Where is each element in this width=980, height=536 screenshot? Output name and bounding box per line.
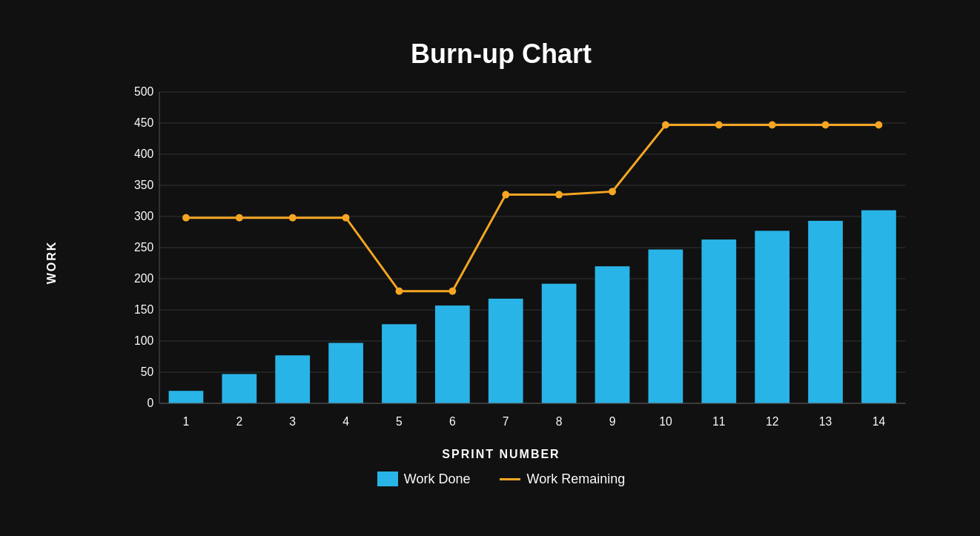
svg-point-46 <box>715 121 723 128</box>
svg-text:50: 50 <box>141 365 154 377</box>
svg-point-48 <box>822 121 830 128</box>
svg-rect-24 <box>275 355 310 403</box>
svg-text:400: 400 <box>134 147 153 159</box>
svg-point-45 <box>662 121 669 128</box>
x-axis-label: SPRINT NUMBER <box>82 448 920 461</box>
svg-point-43 <box>555 191 563 198</box>
svg-point-47 <box>769 121 776 128</box>
svg-text:450: 450 <box>134 116 153 128</box>
svg-text:8: 8 <box>556 414 563 427</box>
svg-text:7: 7 <box>503 414 509 427</box>
svg-rect-22 <box>169 391 204 403</box>
svg-text:9: 9 <box>609 414 616 427</box>
svg-text:2: 2 <box>236 414 242 427</box>
svg-rect-23 <box>222 374 256 403</box>
svg-point-38 <box>289 214 297 221</box>
legend-work-remaining: Work Remaining <box>500 472 625 487</box>
svg-point-44 <box>609 188 616 195</box>
legend-work-done-label: Work Done <box>404 472 471 487</box>
svg-rect-25 <box>328 343 363 403</box>
svg-rect-30 <box>595 266 630 403</box>
svg-point-42 <box>502 191 509 198</box>
legend-work-remaining-icon <box>500 478 520 480</box>
svg-point-40 <box>396 287 403 294</box>
svg-text:150: 150 <box>134 302 153 315</box>
chart-container: Burn-up Chart WORK 050100150200250300350… <box>16 9 964 528</box>
svg-text:1: 1 <box>183 414 190 427</box>
svg-rect-26 <box>382 324 417 403</box>
svg-rect-35 <box>861 210 896 403</box>
legend: Work Done Work Remaining <box>82 472 920 487</box>
svg-rect-31 <box>649 249 683 403</box>
legend-work-done-icon <box>377 472 398 486</box>
svg-rect-32 <box>701 239 736 403</box>
svg-text:6: 6 <box>449 414 456 427</box>
svg-rect-33 <box>755 231 789 403</box>
svg-text:300: 300 <box>134 209 153 222</box>
svg-text:12: 12 <box>766 414 779 427</box>
svg-text:100: 100 <box>134 334 153 346</box>
svg-text:3: 3 <box>289 414 296 427</box>
svg-text:4: 4 <box>342 414 349 427</box>
svg-text:350: 350 <box>134 178 153 191</box>
svg-point-37 <box>236 214 243 221</box>
chart-title: Burn-up Chart <box>82 39 920 70</box>
svg-text:200: 200 <box>134 271 153 284</box>
svg-rect-29 <box>542 283 577 403</box>
svg-point-49 <box>875 121 883 128</box>
svg-text:11: 11 <box>712 414 726 427</box>
svg-point-36 <box>182 214 190 221</box>
svg-rect-28 <box>489 298 523 403</box>
svg-text:500: 500 <box>134 85 153 97</box>
svg-text:13: 13 <box>819 414 832 427</box>
svg-rect-34 <box>808 220 843 403</box>
svg-text:14: 14 <box>873 414 886 427</box>
legend-work-remaining-label: Work Remaining <box>526 472 625 487</box>
legend-work-done: Work Done <box>377 472 471 487</box>
svg-point-41 <box>448 287 456 294</box>
svg-text:250: 250 <box>134 240 153 253</box>
svg-text:10: 10 <box>659 414 672 427</box>
svg-text:0: 0 <box>147 396 153 408</box>
svg-point-39 <box>342 214 350 221</box>
svg-rect-27 <box>435 305 470 403</box>
chart-area: 050100150200250300350400450500 123456789… <box>119 85 920 440</box>
svg-text:5: 5 <box>396 414 403 427</box>
y-axis-label: WORK <box>45 240 59 284</box>
